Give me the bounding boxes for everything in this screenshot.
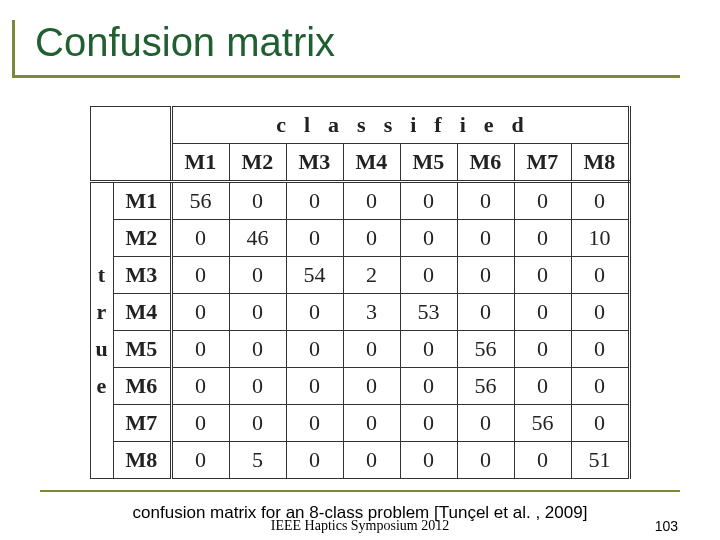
col-header: M8 bbox=[571, 144, 629, 182]
col-header: M3 bbox=[286, 144, 343, 182]
cell: 0 bbox=[400, 182, 457, 220]
cell: 0 bbox=[514, 331, 571, 368]
table-corner bbox=[90, 107, 171, 182]
cell: 0 bbox=[343, 331, 400, 368]
classified-axis-label: classified bbox=[171, 107, 629, 144]
cell: 0 bbox=[286, 331, 343, 368]
slide-title: Confusion matrix bbox=[35, 20, 680, 65]
col-header: M4 bbox=[343, 144, 400, 182]
row-header: M5 bbox=[113, 331, 171, 368]
row-header: M8 bbox=[113, 442, 171, 479]
true-axis-letter: e bbox=[90, 368, 113, 405]
cell: 0 bbox=[457, 405, 514, 442]
cell: 0 bbox=[343, 405, 400, 442]
true-axis-letter bbox=[90, 220, 113, 257]
true-axis-letter: u bbox=[90, 331, 113, 368]
cell: 0 bbox=[343, 368, 400, 405]
cell: 0 bbox=[571, 368, 629, 405]
cell: 0 bbox=[514, 220, 571, 257]
venue-footer: IEEE Haptics Symposium 2012 bbox=[0, 518, 720, 534]
true-axis-letter bbox=[90, 442, 113, 479]
col-header: M1 bbox=[171, 144, 229, 182]
page-number: 103 bbox=[655, 518, 678, 534]
true-axis-letter: r bbox=[90, 294, 113, 331]
cell: 0 bbox=[571, 294, 629, 331]
cell: 0 bbox=[229, 257, 286, 294]
cell: 56 bbox=[171, 182, 229, 220]
true-axis-letter bbox=[90, 405, 113, 442]
cell: 0 bbox=[171, 220, 229, 257]
table-row: u M5 0 0 0 0 0 56 0 0 bbox=[90, 331, 629, 368]
confusion-matrix-table: classified M1 M2 M3 M4 M5 M6 M7 M8 M1 56… bbox=[0, 106, 720, 479]
cell: 0 bbox=[286, 368, 343, 405]
cell: 0 bbox=[571, 182, 629, 220]
cell: 0 bbox=[571, 331, 629, 368]
cell: 54 bbox=[286, 257, 343, 294]
cell: 56 bbox=[457, 368, 514, 405]
slide: Confusion matrix classified M1 M2 M3 M4 … bbox=[0, 20, 720, 540]
title-container: Confusion matrix bbox=[12, 20, 680, 78]
cell: 3 bbox=[343, 294, 400, 331]
table-row: M7 0 0 0 0 0 0 56 0 bbox=[90, 405, 629, 442]
cell: 0 bbox=[286, 220, 343, 257]
cell: 0 bbox=[571, 405, 629, 442]
true-axis-letter: t bbox=[90, 257, 113, 294]
cell: 0 bbox=[343, 182, 400, 220]
cell: 0 bbox=[171, 331, 229, 368]
cell: 0 bbox=[171, 294, 229, 331]
col-header: M7 bbox=[514, 144, 571, 182]
true-axis-letter bbox=[90, 182, 113, 220]
row-header: M4 bbox=[113, 294, 171, 331]
cell: 0 bbox=[171, 257, 229, 294]
cell: 0 bbox=[400, 257, 457, 294]
cell: 0 bbox=[229, 182, 286, 220]
cell: 0 bbox=[229, 405, 286, 442]
confusion-matrix: classified M1 M2 M3 M4 M5 M6 M7 M8 M1 56… bbox=[90, 106, 631, 479]
cell: 0 bbox=[229, 294, 286, 331]
cell: 0 bbox=[400, 405, 457, 442]
col-header: M5 bbox=[400, 144, 457, 182]
cell: 0 bbox=[171, 442, 229, 479]
cell: 0 bbox=[457, 442, 514, 479]
divider bbox=[40, 490, 680, 492]
cell: 0 bbox=[400, 220, 457, 257]
cell: 0 bbox=[286, 405, 343, 442]
table-row: e M6 0 0 0 0 0 56 0 0 bbox=[90, 368, 629, 405]
cell: 0 bbox=[514, 257, 571, 294]
cell: 0 bbox=[457, 294, 514, 331]
cell: 2 bbox=[343, 257, 400, 294]
cell: 51 bbox=[571, 442, 629, 479]
cell: 0 bbox=[457, 182, 514, 220]
cell: 0 bbox=[400, 368, 457, 405]
cell: 0 bbox=[400, 331, 457, 368]
cell: 0 bbox=[286, 294, 343, 331]
row-header: M7 bbox=[113, 405, 171, 442]
cell: 0 bbox=[514, 294, 571, 331]
cell: 0 bbox=[286, 182, 343, 220]
cell: 56 bbox=[457, 331, 514, 368]
cell: 0 bbox=[514, 442, 571, 479]
cell: 5 bbox=[229, 442, 286, 479]
col-header-row: M1 M2 M3 M4 M5 M6 M7 M8 bbox=[90, 144, 629, 182]
cell: 0 bbox=[457, 220, 514, 257]
cell: 0 bbox=[343, 442, 400, 479]
cell: 0 bbox=[229, 368, 286, 405]
row-header: M1 bbox=[113, 182, 171, 220]
cell: 0 bbox=[514, 182, 571, 220]
row-header: M2 bbox=[113, 220, 171, 257]
cell: 0 bbox=[400, 442, 457, 479]
cell: 0 bbox=[286, 442, 343, 479]
cell: 0 bbox=[457, 257, 514, 294]
table-row: M1 56 0 0 0 0 0 0 0 bbox=[90, 182, 629, 220]
cell: 53 bbox=[400, 294, 457, 331]
cell: 10 bbox=[571, 220, 629, 257]
cell: 0 bbox=[571, 257, 629, 294]
cell: 0 bbox=[229, 331, 286, 368]
table-row: M8 0 5 0 0 0 0 0 51 bbox=[90, 442, 629, 479]
row-header: M6 bbox=[113, 368, 171, 405]
col-header: M2 bbox=[229, 144, 286, 182]
cell: 46 bbox=[229, 220, 286, 257]
col-header: M6 bbox=[457, 144, 514, 182]
cell: 56 bbox=[514, 405, 571, 442]
row-header: M3 bbox=[113, 257, 171, 294]
